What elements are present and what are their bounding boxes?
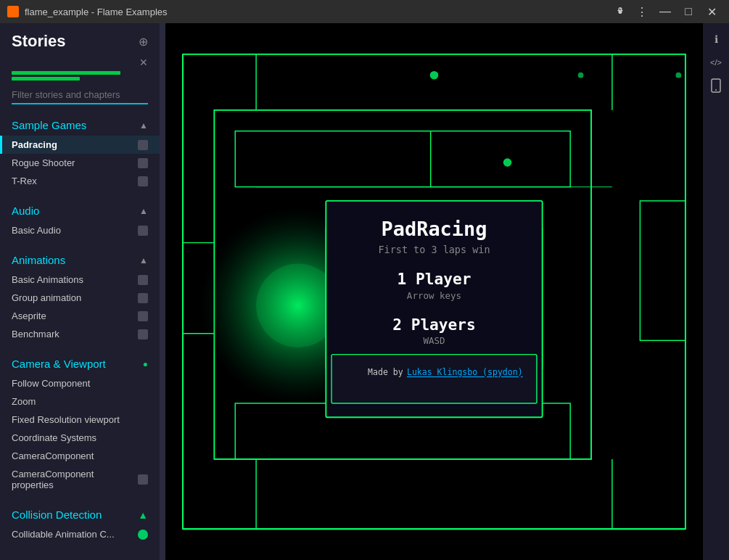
code-btn[interactable]: </> xyxy=(706,52,726,73)
sidebar-item-fixed-resolution[interactable]: Fixed Resolution viewport xyxy=(0,411,160,429)
svg-point-21 xyxy=(503,158,512,167)
resize-handle[interactable] xyxy=(160,23,165,560)
sidebar-item-collidable-animation[interactable]: Collidable Animation C... xyxy=(0,525,160,543)
pin-icon[interactable]: ⊕ xyxy=(139,35,148,49)
svg-point-35 xyxy=(578,73,584,78)
sidebar-item-follow-component[interactable]: Follow Component xyxy=(0,374,160,392)
sidebar-header: Stories ⊕ xyxy=(0,23,160,57)
svg-text:2 Players: 2 Players xyxy=(392,316,476,334)
collision-dot-icon: ▲ xyxy=(138,509,148,521)
item-indicator xyxy=(138,176,148,186)
progress-bar-2 xyxy=(12,77,80,81)
green-dot-icon xyxy=(138,530,148,540)
section-collision-detection[interactable]: Collision Detection ▲ xyxy=(0,500,160,525)
sidebar-item-rogue-shooter[interactable]: Rogue Shooter xyxy=(0,154,160,172)
svg-text:Arrow keys: Arrow keys xyxy=(407,290,461,301)
sidebar-item-camera-component[interactable]: CameraComponent xyxy=(0,447,160,465)
chevron-up-icon: ▲ xyxy=(139,120,148,131)
window-controls: ⋮ — □ ✕ xyxy=(609,1,722,22)
search-input[interactable] xyxy=(12,86,148,104)
section-animations-items: Basic Animations Group animation Aseprit… xyxy=(0,271,160,349)
sidebar-item-benchmark[interactable]: Benchmark xyxy=(0,325,160,343)
sidebar-item-basic-audio[interactable]: Basic Audio xyxy=(0,221,160,239)
sidebar-item-trex[interactable]: T-Rex xyxy=(0,172,160,190)
section-camera-viewport[interactable]: Camera & Viewport ● xyxy=(0,349,160,374)
section-audio-items: Basic Audio xyxy=(0,221,160,245)
sidebar-item-zoom[interactable]: Zoom xyxy=(0,392,160,411)
svg-point-36 xyxy=(675,73,681,78)
item-indicator xyxy=(138,158,148,168)
section-sample-games[interactable]: Sample Games ▲ xyxy=(0,110,160,136)
sidebar-item-basic-animations[interactable]: Basic Animations xyxy=(0,271,160,289)
sidebar-item-padracing[interactable]: Padracing xyxy=(0,136,160,154)
app-icon xyxy=(7,6,19,17)
section-animations[interactable]: Animations ▲ xyxy=(0,245,160,271)
section-audio[interactable]: Audio ▲ xyxy=(0,196,160,221)
svg-text:Lukas Klingsbo (spydon): Lukas Klingsbo (spydon) xyxy=(407,367,523,377)
item-indicator xyxy=(138,140,148,150)
section-collision-items: Collidable Animation C... xyxy=(0,525,160,549)
close-btn[interactable]: ✕ xyxy=(701,1,722,22)
sidebar: Stories ⊕ ✕ Sample Games ▲ Padracing xyxy=(0,23,160,560)
svg-text:PadRacing: PadRacing xyxy=(382,218,487,240)
menu-btn[interactable]: ⋮ xyxy=(632,1,652,22)
item-indicator xyxy=(138,226,148,236)
sidebar-scroll: Sample Games ▲ Padracing Rogue Shooter T… xyxy=(0,110,160,560)
chevron-up-icon: ▲ xyxy=(139,255,148,265)
svg-text:First to 3 laps win: First to 3 laps win xyxy=(378,244,490,255)
item-indicator xyxy=(138,329,148,339)
sidebar-search xyxy=(0,83,160,110)
extensions-btn[interactable] xyxy=(609,1,629,22)
chevron-up-icon: ▲ xyxy=(139,206,148,216)
close-filter-btn[interactable]: ✕ xyxy=(139,57,148,68)
svg-point-20 xyxy=(430,71,439,80)
sidebar-item-camera-component-properties[interactable]: CameraComponent properties xyxy=(0,465,160,494)
sidebar-item-coordinate-systems[interactable]: Coordinate Systems xyxy=(0,429,160,447)
svg-text:Made by: Made by xyxy=(368,367,403,377)
svg-text:WASD: WASD xyxy=(423,335,445,346)
info-btn[interactable]: ℹ xyxy=(706,29,726,49)
item-indicator xyxy=(138,474,148,485)
item-indicator xyxy=(138,293,148,303)
item-indicator xyxy=(138,275,148,285)
right-toolbar: ℹ </> xyxy=(703,23,729,560)
device-btn[interactable] xyxy=(706,75,726,96)
sidebar-item-aseprite[interactable]: Aseprite xyxy=(0,307,160,325)
sidebar-item-group-animation[interactable]: Group animation xyxy=(0,289,160,307)
progress-bar-1 xyxy=(12,71,120,75)
svg-text:1 Player: 1 Player xyxy=(398,270,471,288)
section-camera-items: Follow Component Zoom Fixed Resolution v… xyxy=(0,374,160,500)
title-bar-left: flame_example - Flame Examples xyxy=(7,6,168,17)
minimize-btn[interactable]: — xyxy=(655,1,675,22)
title-bar: flame_example - Flame Examples ⋮ — □ ✕ xyxy=(0,0,729,23)
window-title: flame_example - Flame Examples xyxy=(25,7,168,17)
chevron-icon: ● xyxy=(143,359,148,369)
section-sample-games-items: Padracing Rogue Shooter T-Rex xyxy=(0,136,160,196)
game-svg: PadRacing First to 3 laps win 1 Player A… xyxy=(165,23,703,560)
sidebar-title: Stories xyxy=(12,32,66,51)
maximize-btn[interactable]: □ xyxy=(678,1,699,22)
main-content: Stories ⊕ ✕ Sample Games ▲ Padracing xyxy=(0,23,729,560)
game-area: PadRacing First to 3 laps win 1 Player A… xyxy=(165,23,703,560)
game-canvas: PadRacing First to 3 laps win 1 Player A… xyxy=(165,23,703,560)
item-indicator xyxy=(138,311,148,321)
svg-rect-32 xyxy=(331,355,537,403)
